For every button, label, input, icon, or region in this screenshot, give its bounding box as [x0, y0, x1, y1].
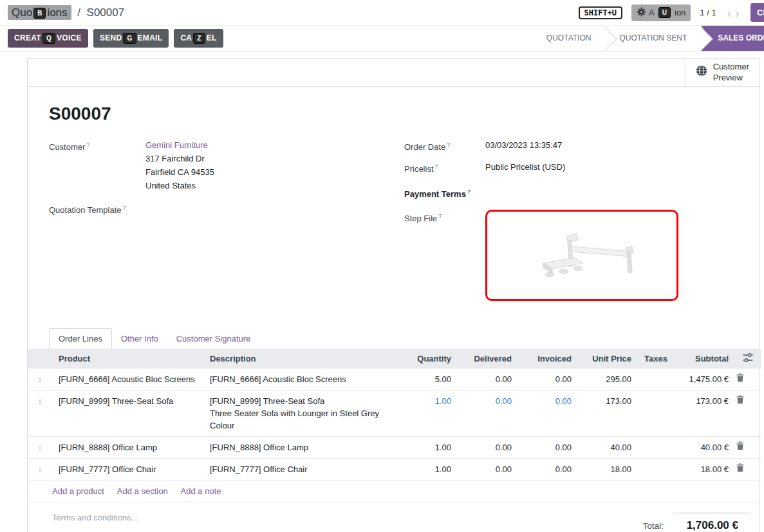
gear-icon [637, 7, 646, 19]
customer-preview-button[interactable]: CustomerPreview [685, 59, 759, 87]
hint-badge-g: G [123, 33, 136, 44]
globe-icon [696, 65, 707, 80]
breadcrumb-quotations[interactable]: QuoBions [8, 5, 71, 20]
cell-invoiced: 0.00 [518, 369, 578, 390]
cancel-button[interactable]: CAZEL [174, 29, 223, 48]
corner-cut-button[interactable]: Cl [750, 3, 764, 22]
pricelist-value: Public Pricelist (USD) [485, 160, 565, 176]
cell-product: [FURN_7777] Office Chair [52, 458, 203, 480]
statusbar: QUOTATION QUOTATION SENT SALES ORDER [532, 26, 764, 51]
next-page-button[interactable]: › [733, 6, 741, 19]
add-section-link[interactable]: Add a section [117, 486, 168, 496]
cell-unit-price: 173.00 [578, 390, 638, 436]
cell-invoiced: 0.00 [518, 458, 578, 480]
form-sheet: CustomerPreview S00007 Customer? Gemini … [27, 58, 760, 532]
create-invoice-button[interactable]: CREATQVOICE [8, 29, 88, 48]
cell-taxes [638, 369, 669, 390]
help-icon: ? [435, 163, 438, 170]
hint-badge-u: U [658, 7, 671, 18]
cell-unit-price: 18.00 [578, 458, 638, 480]
notebook-tabs: Order Lines Other Info Customer Signatur… [28, 326, 759, 349]
breadcrumb-current: S00007 [87, 6, 125, 19]
cell-product: [FURN_8888] Office Lamp [52, 436, 203, 458]
totals-section: Total: 1,706.00 € [643, 513, 750, 532]
drag-handle-icon[interactable]: ↕ [28, 458, 52, 480]
customer-address-line1: 317 Fairchild Dr [145, 152, 214, 165]
field-label-order-date: Order Date? [404, 138, 485, 154]
cell-quantity: 1.00 [403, 436, 458, 458]
add-product-link[interactable]: Add a product [52, 486, 104, 496]
customer-address-line2: Fairfield CA 94535 [145, 165, 214, 179]
cell-unit-price: 295.00 [578, 369, 638, 390]
customer-link[interactable]: Gemini Furniture [145, 140, 208, 150]
cell-delivered: 0.00 [458, 369, 518, 390]
breadcrumb-separator: / [77, 6, 80, 19]
cell-taxes [638, 390, 669, 436]
table-footer-links: Add a product Add a section Add a note [28, 481, 759, 502]
cell-unit-price: 40.00 [578, 436, 638, 458]
shortcut-hint-key: SHIFT+U [579, 6, 623, 19]
header-taxes: Taxes [638, 349, 669, 369]
status-step-quotation[interactable]: QUOTATION [532, 26, 606, 51]
field-label-customer: Customer? [49, 138, 145, 192]
cell-subtotal: 173.00 € [669, 390, 735, 436]
table-row[interactable]: ↕ [FURN_7777] Office Chair [FURN_7777] O… [28, 458, 761, 480]
header-description: Description [203, 349, 403, 369]
hint-badge-b: B [33, 8, 46, 19]
table-row[interactable]: ↕ [FURN_8888] Office Lamp [FURN_8888] Of… [28, 436, 761, 458]
help-icon: ? [447, 142, 450, 148]
prev-page-button[interactable]: ‹ [725, 6, 734, 19]
header-delivered: Delivered [458, 349, 518, 369]
hint-badge-q: Q [42, 33, 55, 44]
drag-handle-icon[interactable]: ↕ [28, 369, 52, 390]
cell-subtotal: 40.00 € [669, 436, 735, 458]
action-menu-button[interactable]: AUion [631, 5, 691, 21]
control-bar: CREATQVOICE SENDGEMAIL CAZEL QUOTATION Q… [0, 26, 764, 51]
header-product: Product [52, 349, 203, 369]
cell-taxes [638, 458, 669, 480]
header-subtotal: Subtotal [669, 349, 735, 369]
cell-product: [FURN_8999] Three-Seat Sofa [52, 390, 203, 436]
status-step-quotation-sent[interactable]: QUOTATION SENT [605, 26, 701, 51]
sheet-header-spacer [28, 59, 685, 87]
table-row[interactable]: ↕ [FURN_6666] Acoustic Bloc Screens [FUR… [28, 369, 761, 390]
cell-subtotal: 1,475.00 € [669, 369, 735, 390]
cell-invoiced: 0.00 [518, 390, 578, 436]
delete-line-button[interactable] [735, 458, 761, 480]
field-label-step-file: Step File? [404, 210, 485, 301]
cell-description: [FURN_6666] Acoustic Bloc Screens [203, 369, 403, 390]
cell-subtotal: 18.00 € [669, 458, 735, 480]
field-label-pricelist: Pricelist? [404, 160, 485, 176]
terms-placeholder[interactable]: Terms and conditions... [52, 513, 138, 522]
drag-handle-icon[interactable]: ↕ [28, 390, 52, 436]
cell-product: [FURN_6666] Acoustic Bloc Screens [52, 369, 203, 390]
help-icon: ? [123, 205, 126, 211]
send-email-button[interactable]: SENDGEMAIL [93, 29, 169, 48]
delete-line-button[interactable] [735, 369, 761, 390]
cell-quantity: 5.00 [403, 369, 458, 390]
step-file-3d-render [505, 218, 659, 293]
breadcrumb: QuoBions / S00007 [8, 6, 124, 19]
cell-quantity: 1.00 [403, 458, 458, 480]
total-label: Total: [643, 521, 664, 531]
pager-count: 1 / 1 [700, 8, 716, 17]
hint-badge-z: Z [193, 33, 205, 44]
table-row[interactable]: ↕ [FURN_8999] Three-Seat Sofa [FURN_8999… [28, 390, 761, 436]
delete-line-button[interactable] [735, 390, 761, 436]
tab-order-lines[interactable]: Order Lines [49, 328, 112, 349]
cell-delivered: 0.00 [458, 436, 518, 458]
field-label-payment-terms: Payment Terms? [404, 185, 485, 201]
step-file-image[interactable] [485, 210, 678, 301]
order-lines-table: Product Description Quantity Delivered I… [28, 349, 761, 481]
tab-customer-signature[interactable]: Customer Signature [167, 329, 260, 349]
table-header-row: Product Description Quantity Delivered I… [28, 349, 761, 369]
add-note-link[interactable]: Add a note [181, 486, 221, 496]
help-icon: ? [86, 142, 89, 148]
optional-columns-icon[interactable] [735, 349, 761, 369]
header-quantity: Quantity [403, 349, 458, 369]
drag-handle-icon[interactable]: ↕ [28, 436, 52, 458]
customer-address-line3: United States [145, 179, 214, 192]
delete-line-button[interactable] [735, 436, 761, 458]
tab-other-info[interactable]: Other Info [112, 329, 167, 349]
cell-delivered: 0.00 [458, 458, 518, 480]
